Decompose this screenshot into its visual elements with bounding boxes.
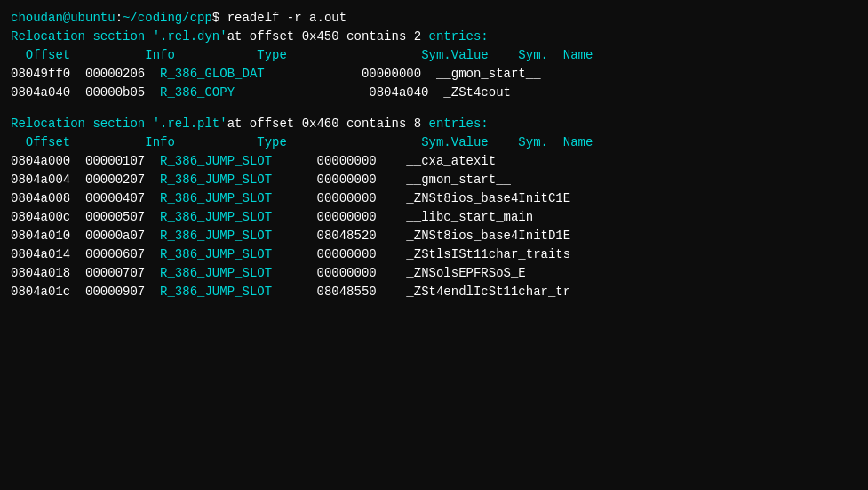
- s2-r1-name: __gmon_start__: [406, 173, 511, 187]
- section2-relocation-label: Relocation section: [11, 116, 145, 131]
- s2-col-type: Type: [257, 135, 287, 149]
- s2-r3-type: R_386_JUMP_SLOT: [160, 210, 272, 224]
- s2-r0-symval: 00000000: [317, 154, 377, 168]
- s1-r1-name: _ZSt4cout: [443, 85, 511, 100]
- s2-r6-type: R_386_JUMP_SLOT: [160, 266, 272, 280]
- s2-r4-info: 00000a07: [85, 229, 145, 243]
- s2-r3-name: __libc_start_main: [406, 210, 533, 224]
- s1-r0-name: __gmon_start__: [436, 67, 541, 81]
- s1-row-1: 0804a040 00000b05 R_386_COPY 0804a040 _Z…: [11, 84, 868, 102]
- s2-r0-offset: 0804a000: [11, 154, 70, 168]
- s2-row-3: 0804a00c 00000507 R_386_JUMP_SLOT 000000…: [11, 208, 868, 227]
- s2-r0-name: __cxa_atexit: [406, 154, 496, 168]
- s2-r5-name: _ZStlsISt11char_traits: [406, 247, 570, 261]
- s2-r3-offset: 0804a00c: [11, 210, 70, 224]
- s2-r6-symval: 00000000: [317, 266, 377, 280]
- s1-r1-type: R_386_COPY: [160, 85, 235, 100]
- s2-col-info: Info: [145, 135, 175, 149]
- section1-relocation-label: Relocation section: [11, 29, 145, 44]
- s2-r7-name: _ZSt4endlIcSt11char_tr: [406, 285, 570, 299]
- s1-r1-offset: 0804a040: [11, 85, 70, 100]
- s2-row-2: 0804a008 00000407 R_386_JUMP_SLOT 000000…: [11, 189, 868, 208]
- s2-r4-type: R_386_JUMP_SLOT: [160, 229, 272, 243]
- s2-r3-symval: 00000000: [317, 210, 377, 224]
- s2-row-0: 0804a000 00000107 R_386_JUMP_SLOT 000000…: [11, 152, 868, 171]
- s2-r3-info: 00000507: [85, 210, 145, 224]
- s2-r7-type: R_386_JUMP_SLOT: [160, 285, 272, 299]
- prompt-path: ~/coding/cpp: [123, 11, 212, 25]
- section1-col-headers: Offset Info Type Sym.Value Sym. Name: [11, 46, 868, 65]
- s2-r1-symval: 00000000: [317, 173, 377, 187]
- s2-r0-info: 00000107: [85, 154, 145, 168]
- s1-row-0: 08049ff0 00000206 R_386_GLOB_DAT 0000000…: [11, 65, 868, 84]
- prompt-line: choudan@ubuntu:~/coding/cpp$ readelf -r …: [11, 9, 868, 28]
- s1-col-name: Name: [563, 48, 593, 62]
- s2-r1-info: 00000207: [85, 173, 145, 187]
- s2-col-offset: Offset: [26, 135, 70, 149]
- s2-r6-offset: 0804a018: [11, 266, 70, 280]
- s2-row-5: 0804a014 00000607 R_386_JUMP_SLOT 000000…: [11, 245, 868, 264]
- prompt-command: $ readelf -r a.out: [212, 11, 346, 25]
- s2-col-symval: Sym.Value: [421, 135, 489, 149]
- s2-r2-name: _ZNSt8ios_base4InitC1E: [406, 191, 570, 205]
- section2-header: Relocation section '.rel.plt'at offset 0…: [11, 115, 868, 133]
- s1-r0-symval: 00000000: [362, 67, 421, 81]
- s2-row-6: 0804a018 00000707 R_386_JUMP_SLOT 000000…: [11, 264, 868, 283]
- s2-r2-info: 00000407: [85, 191, 145, 205]
- s2-r5-type: R_386_JUMP_SLOT: [160, 247, 272, 261]
- s1-col-sym: Sym.: [518, 48, 548, 62]
- s2-r7-info: 00000907: [85, 285, 145, 299]
- section1-header: Relocation section '.rel.dyn'at offset 0…: [11, 28, 868, 46]
- s2-r0-type: R_386_JUMP_SLOT: [160, 154, 272, 168]
- section2-quote: '.rel.plt': [153, 116, 227, 131]
- s1-r0-info: 00000206: [85, 67, 145, 81]
- terminal: choudan@ubuntu:~/coding/cpp$ readelf -r …: [11, 9, 868, 490]
- prompt-separator: :: [115, 11, 123, 25]
- section2-col-headers: Offset Info Type Sym.Value Sym. Name: [11, 133, 868, 152]
- s2-r5-info: 00000607: [85, 247, 145, 261]
- s1-r0-type: R_386_GLOB_DAT: [160, 67, 265, 81]
- s2-row-1: 0804a004 00000207 R_386_JUMP_SLOT 000000…: [11, 171, 868, 189]
- s1-col-type: Type: [257, 48, 287, 62]
- s2-r1-type: R_386_JUMP_SLOT: [160, 173, 272, 187]
- section1-entries: entries:: [429, 29, 489, 44]
- s2-r2-offset: 0804a008: [11, 191, 70, 205]
- section2-middle: at offset 0x460 contains 8: [227, 116, 421, 131]
- s2-r6-name: _ZNSolsEPFRSoS_E: [406, 266, 525, 280]
- s2-row-4: 0804a010 00000a07 R_386_JUMP_SLOT 080485…: [11, 227, 868, 245]
- s2-r7-offset: 0804a01c: [11, 285, 70, 299]
- s2-r1-offset: 0804a004: [11, 173, 70, 187]
- section1-quote: '.rel.dyn': [153, 29, 227, 44]
- section1-middle: at offset 0x450 contains 2: [227, 29, 421, 44]
- s2-r2-type: R_386_JUMP_SLOT: [160, 191, 272, 205]
- s2-r4-symval: 08048520: [317, 229, 377, 243]
- s1-col-info: Info: [145, 48, 175, 62]
- s2-r7-symval: 08048550: [317, 285, 377, 299]
- s1-r1-info: 00000b05: [85, 85, 145, 100]
- s1-r1-symval: 0804a040: [369, 85, 428, 100]
- s2-r6-info: 00000707: [85, 266, 145, 280]
- s1-col-symval: Sym.Value: [421, 48, 489, 62]
- s2-row-7: 0804a01c 00000907 R_386_JUMP_SLOT 080485…: [11, 283, 868, 301]
- section2-entries: entries:: [429, 116, 489, 131]
- user-host: choudan@ubuntu: [11, 11, 115, 25]
- s2-r4-name: _ZNSt8ios_base4InitD1E: [406, 229, 570, 243]
- s2-r2-symval: 00000000: [317, 191, 377, 205]
- s2-col-name: Name: [563, 135, 593, 149]
- s2-r5-symval: 00000000: [317, 247, 377, 261]
- s1-col-offset: Offset: [26, 48, 70, 62]
- s1-r0-offset: 08049ff0: [11, 67, 70, 81]
- s2-r5-offset: 0804a014: [11, 247, 70, 261]
- s2-r4-offset: 0804a010: [11, 229, 70, 243]
- s2-col-sym: Sym.: [518, 135, 548, 149]
